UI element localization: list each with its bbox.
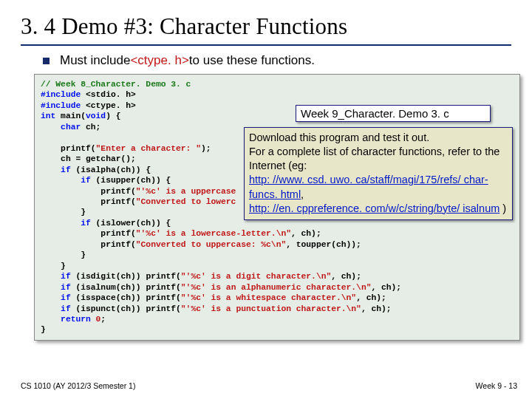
txt: , toupper(ch));: [286, 240, 361, 249]
bullet-text-prefix: Must include: [60, 53, 130, 68]
kw: if: [41, 304, 71, 313]
txt: ) {: [106, 112, 120, 120]
txt: , ch);: [361, 304, 392, 313]
txt: (ispunct(ch)) printf(: [71, 304, 181, 313]
str: "'%c' is a digit character.\n": [181, 272, 331, 281]
txt: );: [201, 144, 211, 153]
bullet-square-icon: [43, 58, 50, 64]
footer-left: CS 1010 (AY 2012/3 Semester 1): [21, 381, 135, 390]
filename-callout: Week 9_Character. Demo 3. c: [296, 105, 491, 122]
txt: (isdigit(ch)) printf(: [71, 272, 181, 281]
txt: , ch);: [331, 272, 361, 281]
kw: if: [41, 166, 71, 174]
kw: char: [41, 123, 81, 132]
txt: }: [41, 208, 86, 216]
footer: CS 1010 (AY 2012/3 Semester 1) Week 9 - …: [21, 381, 517, 390]
desc-line1: Download this program and test it out.: [249, 132, 429, 143]
desc-comma: ,: [301, 188, 304, 200]
kw: void: [86, 112, 106, 120]
kw: int: [41, 112, 55, 120]
footer-right: Week 9 - 13: [476, 381, 517, 390]
str: "Converted to uppercase: %c\n": [136, 240, 286, 249]
txt: printf(: [41, 187, 136, 196]
txt: (isalnum(ch)) printf(: [71, 283, 181, 292]
txt: }: [41, 250, 86, 259]
slide: 3. 4 Demo #3: Character Functions Must i…: [0, 0, 532, 399]
slide-title: 3. 4 Demo #3: Character Functions: [21, 13, 511, 40]
txt: printf(: [41, 240, 136, 249]
txt: (islower(ch)) {: [91, 219, 171, 228]
kw: #include: [41, 101, 86, 110]
kw: if: [41, 219, 91, 228]
kw: return: [41, 315, 96, 324]
bullet-text-suffix: to use these functions.: [189, 53, 315, 68]
txt: ;: [100, 315, 106, 324]
str: "'%c' is a uppercase: [136, 187, 236, 196]
str: "Enter a character: ": [96, 144, 201, 153]
kw: if: [41, 176, 91, 185]
str: "'%c' is a lowercase-letter.\n": [136, 229, 291, 238]
bullet-line: Must include <ctype. h> to use these fun…: [43, 53, 511, 68]
txt: printf(: [41, 197, 136, 206]
bullet-header-file: <ctype. h>: [130, 53, 188, 68]
kw: if: [41, 283, 71, 292]
title-divider: [21, 44, 511, 46]
str: "'%c' is an alphanumeric character.\n": [181, 283, 372, 292]
txt: , ch);: [291, 229, 321, 238]
txt: (isupper(ch)) {: [91, 176, 171, 185]
txt: <stdio. h>: [86, 90, 136, 99]
desc-link1[interactable]: http: //www. csd. uwo. ca/staff/magi/175…: [249, 174, 488, 200]
str: "Converted to lowerc: [136, 197, 236, 206]
description-callout: Download this program and test it out. F…: [244, 127, 513, 220]
str: "'%c' is a punctuation character.\n": [181, 304, 361, 313]
txt: ch = getchar();: [41, 154, 136, 163]
desc-close: ): [499, 202, 506, 214]
code-comment: // Week 8_Character. Demo 3. c: [41, 80, 191, 89]
desc-line2: For a complete list of character functio…: [249, 146, 499, 171]
kw: if: [41, 293, 71, 302]
txt: main(: [55, 112, 86, 120]
kw: #include: [41, 90, 86, 99]
desc-link2[interactable]: http: //en. cppreference. com/w/c/string…: [249, 202, 499, 214]
txt: (isalpha(ch)) {: [71, 166, 151, 174]
txt: printf(: [41, 144, 96, 153]
txt: , ch);: [356, 293, 386, 302]
kw: if: [41, 272, 71, 281]
txt: ch;: [81, 123, 100, 132]
txt: <ctype. h>: [86, 101, 136, 110]
txt: , ch);: [371, 283, 401, 292]
txt: }: [41, 325, 46, 334]
txt: (isspace(ch)) printf(: [71, 293, 181, 302]
txt: printf(: [41, 229, 136, 238]
str: "'%c' is a whitespace character.\n": [181, 293, 356, 302]
txt: }: [41, 262, 66, 270]
